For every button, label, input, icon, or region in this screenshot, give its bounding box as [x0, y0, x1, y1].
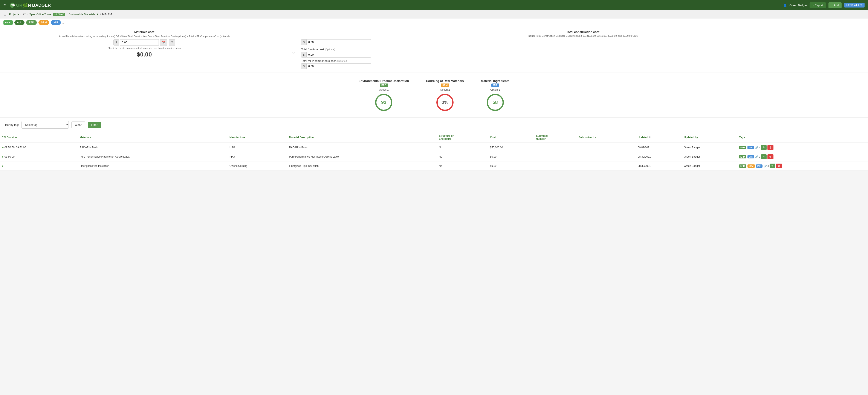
gauge-epd-circle: 92: [375, 94, 392, 111]
breadcrumb-projects[interactable]: Projects: [9, 13, 19, 16]
cell-manufacturer: USG: [228, 143, 287, 152]
filter-all-button[interactable]: ALL: [14, 20, 25, 25]
or-divider: or: [291, 45, 294, 55]
cell-description: Fiberglass Pipe Insulation: [287, 161, 437, 171]
filter-mir-button[interactable]: MIR: [51, 20, 61, 25]
cell-tags: EPDMIR 🔗 2 ✎ 🗑: [737, 152, 868, 161]
gauge-srm-title: Sourcing of Raw Materials: [426, 79, 464, 83]
user-icon: 👤: [783, 4, 787, 7]
gauge-srm-circle: 0%: [436, 94, 454, 111]
cell-description: RADAR™ Basic: [287, 143, 437, 152]
tag-badge-mir: MIR: [747, 146, 754, 149]
cell-cost: $50,000.00: [488, 143, 534, 152]
dollar-prefix-mep: $: [301, 63, 306, 69]
total-furniture-input[interactable]: [307, 52, 371, 58]
cell-tags: EPDMIR 🔗 2 ✎ 🗑: [737, 143, 868, 152]
breadcrumb-category[interactable]: Sustainable Materials ▼: [68, 13, 99, 16]
top-nav: ≡ GR GR🌿N BADGER 👤 Green Badger ↓ Export…: [0, 0, 868, 10]
dollar-prefix-actual: $: [114, 39, 119, 45]
delete-button[interactable]: 🗑: [776, 164, 782, 168]
gauge-epd-option: Option 1: [359, 88, 409, 91]
hamburger-icon[interactable]: ≡: [3, 3, 6, 7]
unit-selector[interactable]: mi ▼: [3, 21, 13, 25]
col-updated[interactable]: Updated ⇅: [636, 132, 682, 143]
breadcrumb-credit: MRc2-4: [102, 13, 112, 16]
tag-badge-mir: MIR: [756, 164, 763, 168]
row-expand-arrow[interactable]: ▶: [2, 155, 4, 158]
leed-dropdown-arrow: ▼: [860, 4, 862, 7]
col-description[interactable]: Material Description: [287, 132, 437, 143]
table-row: ▶09 90 00 Pure Performance Flat Interior…: [0, 152, 868, 161]
filter-button[interactable]: Filter: [88, 122, 101, 128]
filter-pills-bar: mi ▼ ALL EPD SRM MIR ℹ: [0, 19, 868, 27]
cell-structure: No: [437, 143, 488, 152]
cell-material: Pure Performance Flat Interior Acrylic L…: [78, 152, 228, 161]
logo-leaf-icon: GR: [9, 2, 15, 8]
tag-badge-srm: SRM: [747, 164, 755, 168]
col-submittal[interactable]: SubmittalNumber: [534, 132, 577, 143]
cell-structure: No: [437, 152, 488, 161]
col-cost[interactable]: Cost: [488, 132, 534, 143]
col-tags[interactable]: Tags: [737, 132, 868, 143]
row-expand-arrow[interactable]: ▶: [2, 146, 4, 149]
gauge-mir: Material Ingredients MIR Option 1 58: [481, 79, 509, 111]
autosum-hint: Check the box to autosum actual material…: [3, 47, 285, 50]
table-header-row: CSI Division Materials Manufacturer Mate…: [0, 132, 868, 143]
filter-srm-button[interactable]: SRM: [38, 20, 50, 25]
gauge-epd-badge: EPD: [380, 84, 388, 87]
mep-label: Total MEP components cost (Optional): [301, 59, 865, 63]
tag-badge-mir: MIR: [747, 155, 754, 158]
delete-button[interactable]: 🗑: [768, 145, 773, 150]
cell-tags: EPDSRMMIR 🔗 3 ✎ 🗑: [737, 161, 868, 171]
cell-updated: 09/01/2021: [636, 143, 682, 152]
cell-submittal: [534, 152, 577, 161]
total-construction-input[interactable]: [307, 39, 371, 45]
gauge-epd-title: Environmental Product Declaration: [359, 79, 409, 83]
gauge-mir-circle: 58: [487, 94, 504, 111]
cell-material: RADAR™ Basic: [78, 143, 228, 152]
checkbox-icon-btn[interactable]: ☐: [169, 39, 175, 45]
materials-table-section: CSI Division Materials Manufacturer Mate…: [0, 132, 868, 171]
tag-filter-section: Filter by tag: Select tag Clear Filter: [0, 118, 868, 132]
materials-cost-block: Materials cost Actual Materials cost (ex…: [3, 30, 285, 58]
col-updated-by[interactable]: Updated by: [682, 132, 737, 143]
cell-updated: 08/30/2021: [636, 161, 682, 171]
edit-button[interactable]: ✎: [761, 154, 767, 159]
edit-button[interactable]: ✎: [761, 145, 767, 150]
cost-section: Materials cost Actual Materials cost (ex…: [0, 27, 868, 73]
table-row: ▶ Fiberglass Pipe Insulation Owens Corni…: [0, 161, 868, 171]
gauge-mir-title: Material Ingredients: [481, 79, 509, 83]
total-mep-input[interactable]: [307, 63, 371, 69]
materials-cost-title: Materials cost: [3, 30, 285, 34]
row-expand-arrow[interactable]: ▶: [2, 164, 4, 167]
col-csi[interactable]: CSI Division: [0, 132, 78, 143]
export-button[interactable]: ↓ Export: [810, 2, 826, 8]
col-structure[interactable]: Structure orEnclosure: [437, 132, 488, 143]
info-icon[interactable]: ℹ: [63, 21, 64, 24]
col-manufacturer[interactable]: Manufacturer: [228, 132, 287, 143]
table-row: ▶09 50 50, 09 51 00 RADAR™ Basic USG RAD…: [0, 143, 868, 152]
total-construction-block: Total construction cost Include Total Co…: [301, 30, 865, 69]
edit-button[interactable]: ✎: [770, 164, 775, 168]
col-subcontractor[interactable]: Subcontractor: [577, 132, 636, 143]
breadcrumb-project[interactable]: 1 - Spec Office Tower: [25, 13, 52, 16]
table-body: ▶09 50 50, 09 51 00 RADAR™ Basic USG RAD…: [0, 143, 868, 171]
filter-epd-button[interactable]: EPD: [26, 20, 37, 25]
breadcrumb: ☰ Projects / ▼ 1 - Spec Office Tower v4 …: [0, 10, 868, 19]
nav-right: 👤 Green Badger ↓ Export + Add LEED v4.1 …: [783, 2, 865, 8]
cell-csi: ▶: [0, 161, 78, 171]
calendar-icon-btn[interactable]: 📅: [160, 39, 167, 45]
cell-csi: ▶09 90 00: [0, 152, 78, 161]
tag-v4bdc: v4 BD+C: [53, 13, 65, 16]
tag-select[interactable]: Select tag: [22, 121, 69, 129]
leed-badge[interactable]: LEED v4.1 ▼: [844, 3, 865, 7]
col-materials[interactable]: Materials: [78, 132, 228, 143]
gauge-srm: Sourcing of Raw Materials SRM Option 2 0…: [426, 79, 464, 111]
actual-materials-cost-input[interactable]: [120, 39, 159, 45]
total-construction-desc: Include Total Construction Costs for CSI…: [301, 35, 865, 37]
delete-button[interactable]: 🗑: [768, 154, 773, 159]
gauge-epd: Environmental Product Declaration EPD Op…: [359, 79, 409, 111]
sidebar-toggle-icon[interactable]: ☰: [3, 12, 6, 16]
clear-button[interactable]: Clear: [71, 122, 85, 128]
add-button[interactable]: + Add: [829, 2, 842, 8]
